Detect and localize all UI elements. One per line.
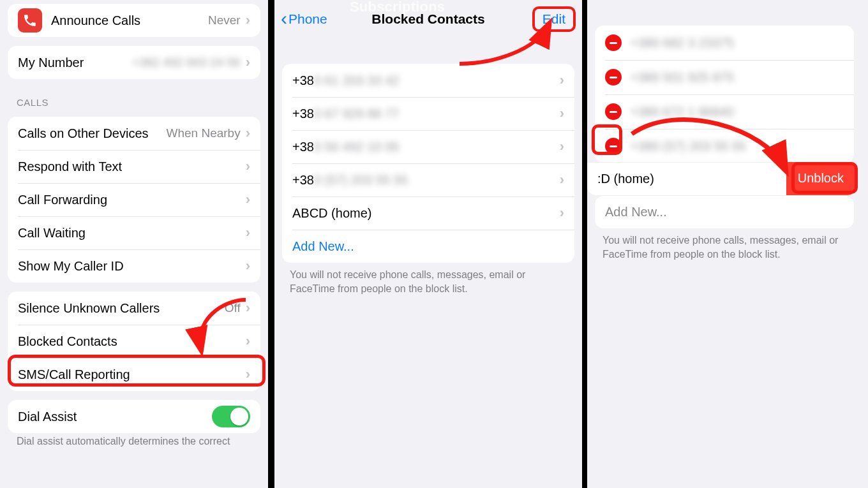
- blocked-number: +380 61 203 33 42: [292, 73, 558, 88]
- remove-minus-icon[interactable]: [605, 103, 622, 120]
- page-title: Blocked Contacts: [274, 11, 582, 27]
- chevron-right-icon: ›: [244, 300, 250, 316]
- remove-minus-icon[interactable]: [605, 34, 622, 51]
- chevron-right-icon: ›: [244, 54, 250, 71]
- blocked-number: +380 672 1 86840: [631, 105, 844, 119]
- swiped-contact-name: :D (home): [587, 162, 786, 195]
- edit-blocked-row[interactable]: +380 672 1 86840: [595, 94, 854, 129]
- calls-other-devices-value: When Nearby: [167, 126, 244, 140]
- chevron-right-icon: ›: [244, 125, 250, 142]
- blocked-number-row[interactable]: +380 67 929 88 77 ›: [282, 97, 574, 130]
- edit-blocked-row[interactable]: +380 501 925 875: [595, 60, 854, 94]
- chevron-right-icon: ›: [244, 225, 250, 241]
- call-waiting-label: Call Waiting: [18, 226, 244, 240]
- blocked-number-row[interactable]: +380 50 492 10 05 ›: [282, 130, 574, 163]
- edit-blocked-row[interactable]: +380 (57) 203 55 55: [595, 129, 854, 163]
- blocked-number: +380 (57) 203 55 55: [631, 139, 844, 154]
- call-forwarding-row[interactable]: Call Forwarding ›: [8, 183, 260, 216]
- block-list-note: You will not receive phone calls, messag…: [602, 233, 846, 261]
- dial-assist-row[interactable]: Dial Assist: [8, 400, 260, 433]
- chevron-right-icon: ›: [558, 72, 564, 89]
- sms-call-reporting-label: SMS/Call Reporting: [18, 367, 244, 382]
- blocked-number-row[interactable]: +380 (57) 203 55 55 ›: [282, 163, 574, 196]
- chevron-right-icon: ›: [244, 333, 250, 350]
- add-new-row[interactable]: Add New...: [595, 195, 854, 228]
- blocked-number-row[interactable]: +380 61 203 33 42 ›: [282, 64, 574, 97]
- blocked-contact-name: ABCD (home): [292, 206, 558, 221]
- chevron-right-icon: ›: [244, 258, 250, 274]
- my-number-value: +382 492 843 24 56: [132, 55, 244, 70]
- chevron-right-icon: ›: [244, 158, 250, 175]
- blocked-number: +380 (57) 203 55 55: [292, 173, 558, 188]
- chevron-right-icon: ›: [244, 366, 250, 383]
- blocked-number: +380 67 929 88 77: [292, 107, 558, 121]
- calls-other-devices-row[interactable]: Calls on Other Devices When Nearby ›: [8, 117, 260, 150]
- announce-calls-value: Never: [208, 13, 244, 27]
- block-list-note: You will not receive phone calls, messag…: [290, 268, 567, 295]
- sms-call-reporting-row[interactable]: SMS/Call Reporting ›: [8, 358, 260, 391]
- announce-calls-row[interactable]: Announce Calls Never ›: [8, 4, 260, 37]
- show-my-caller-id-label: Show My Caller ID: [18, 259, 244, 274]
- chevron-right-icon: ›: [558, 172, 564, 188]
- remove-minus-icon[interactable]: [605, 69, 622, 85]
- silence-unknown-callers-row[interactable]: Silence Unknown Callers Off ›: [8, 292, 260, 325]
- blocked-contacts-row[interactable]: Blocked Contacts ›: [8, 325, 260, 358]
- chevron-right-icon: ›: [558, 105, 564, 122]
- call-forwarding-label: Call Forwarding: [18, 193, 244, 207]
- add-new-label: Add New...: [292, 239, 564, 254]
- edit-blocked-row[interactable]: +380 682 3 23375: [595, 26, 854, 60]
- remove-minus-icon[interactable]: [605, 138, 622, 154]
- show-my-caller-id-row[interactable]: Show My Caller ID ›: [8, 249, 260, 283]
- silence-unknown-callers-label: Silence Unknown Callers: [18, 301, 225, 316]
- calls-section-title: CALLS: [17, 97, 260, 108]
- calls-other-devices-label: Calls on Other Devices: [18, 126, 167, 141]
- chevron-right-icon: ›: [244, 191, 250, 208]
- dial-assist-label: Dial Assist: [18, 410, 212, 424]
- respond-with-text-row[interactable]: Respond with Text ›: [8, 150, 260, 183]
- respond-with-text-label: Respond with Text: [18, 159, 244, 174]
- dial-assist-note: Dial assist automatically determines the…: [17, 436, 257, 447]
- announce-calls-label: Announce Calls: [51, 13, 208, 28]
- my-number-label: My Number: [18, 55, 132, 70]
- chevron-right-icon: ›: [558, 205, 564, 221]
- silence-unknown-callers-value: Off: [225, 301, 244, 315]
- blocked-contact-row[interactable]: ABCD (home) ›: [282, 196, 574, 230]
- blocked-contacts-label: Blocked Contacts: [18, 334, 244, 349]
- chevron-right-icon: ›: [244, 12, 250, 29]
- call-waiting-row[interactable]: Call Waiting ›: [8, 216, 260, 249]
- my-number-row[interactable]: My Number +382 492 843 24 56 ›: [8, 46, 260, 79]
- add-new-row[interactable]: Add New...: [282, 230, 574, 263]
- unblock-button[interactable]: Unblock: [786, 162, 855, 195]
- blocked-number: +380 682 3 23375: [631, 36, 844, 50]
- chevron-right-icon: ›: [558, 138, 564, 155]
- blocked-number: +380 50 492 10 05: [292, 140, 558, 154]
- announce-calls-icon: [18, 8, 42, 33]
- dial-assist-toggle[interactable]: [212, 406, 250, 427]
- blocked-number: +380 501 925 875: [631, 70, 844, 85]
